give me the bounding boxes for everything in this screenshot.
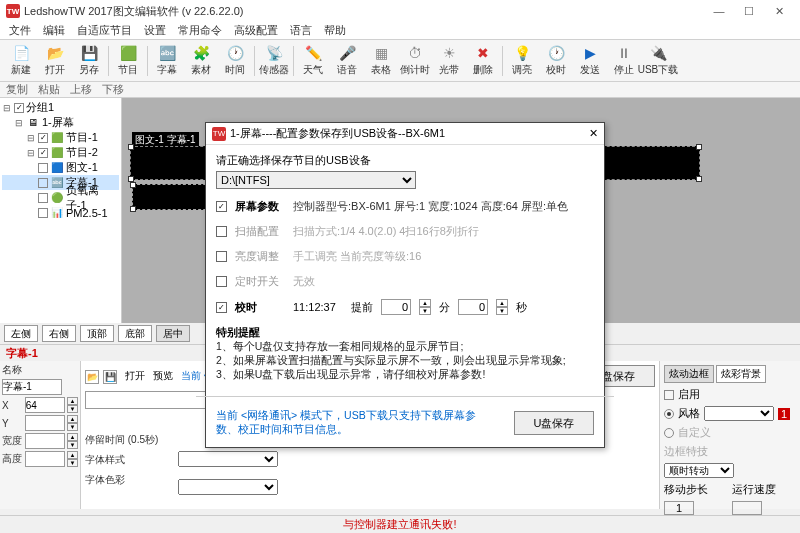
- spinner[interactable]: ▲▼: [67, 451, 78, 467]
- toolbar-校时[interactable]: 🕐校时: [539, 42, 573, 80]
- menu-language[interactable]: 语言: [285, 22, 317, 39]
- dialog-save-button[interactable]: U盘保存: [514, 411, 594, 435]
- height-label: 高度: [2, 452, 23, 466]
- 另存-icon: 💾: [80, 44, 98, 62]
- usb-dialog: TW1-屏幕----配置参数保存到USB设备--BX-6M1 ✕ 请正确选择保存…: [205, 122, 605, 448]
- toolbar-语音[interactable]: 🎤语音: [330, 42, 364, 80]
- tab-background[interactable]: 炫彩背景: [716, 365, 766, 383]
- scan-checkbox[interactable]: [216, 226, 227, 237]
- checkbox[interactable]: [38, 208, 48, 218]
- toolbar-素材[interactable]: 🧩素材: [184, 42, 218, 80]
- clock-checkbox[interactable]: ✓: [216, 302, 227, 313]
- checkbox[interactable]: ✓: [14, 103, 24, 113]
- menu-help[interactable]: 帮助: [319, 22, 351, 39]
- font-color-select[interactable]: [178, 479, 278, 495]
- checkbox[interactable]: ✓: [38, 133, 48, 143]
- tree-item[interactable]: 🟢负氧离子-1: [2, 190, 119, 205]
- tree-item[interactable]: 📊PM2.5-1: [2, 205, 119, 220]
- moveup-button[interactable]: 上移: [70, 82, 92, 97]
- node-icon: 🟩: [50, 132, 64, 144]
- checkbox[interactable]: [38, 178, 48, 188]
- tree-screen[interactable]: 1-屏幕: [42, 115, 74, 130]
- menu-edit[interactable]: 编辑: [38, 22, 70, 39]
- toolbar-节目[interactable]: 🟩节目: [111, 42, 145, 80]
- expander-icon[interactable]: ⊟: [2, 103, 12, 113]
- toolbar-天气[interactable]: ✏️天气: [296, 42, 330, 80]
- menu-common[interactable]: 常用命令: [173, 22, 227, 39]
- tab-bottom[interactable]: 底部: [118, 325, 152, 342]
- tree-item[interactable]: 🟦图文-1: [2, 160, 119, 175]
- tab-center[interactable]: 居中: [156, 325, 190, 342]
- style-radio[interactable]: [664, 409, 674, 419]
- menu-settings[interactable]: 设置: [139, 22, 171, 39]
- toolbar-光带[interactable]: ☀光带: [432, 42, 466, 80]
- tree-group[interactable]: 分组1: [26, 100, 54, 115]
- toolbar-字幕[interactable]: 🔤字幕: [150, 42, 184, 80]
- name-input[interactable]: [2, 379, 62, 395]
- paste-button[interactable]: 粘贴: [38, 82, 60, 97]
- toolbar-表格[interactable]: ▦表格: [364, 42, 398, 80]
- toolbar-新建[interactable]: 📄新建: [4, 42, 38, 80]
- style-select[interactable]: [704, 406, 774, 421]
- menu-advanced[interactable]: 高级配置: [229, 22, 283, 39]
- open-file-icon[interactable]: 📂: [85, 370, 99, 384]
- tab-right[interactable]: 右侧: [42, 325, 76, 342]
- timer-checkbox[interactable]: [216, 276, 227, 287]
- toolbar-时间[interactable]: 🕐时间: [218, 42, 252, 80]
- menu-autoprogram[interactable]: 自适应节目: [72, 22, 137, 39]
- movedown-button[interactable]: 下移: [102, 82, 124, 97]
- toolbar-发送[interactable]: ▶发送: [573, 42, 607, 80]
- checkbox[interactable]: [38, 193, 48, 203]
- toolbar-打开[interactable]: 📂打开: [38, 42, 72, 80]
- toolbar-调亮[interactable]: 💡调亮: [505, 42, 539, 80]
- screen-params-checkbox[interactable]: ✓: [216, 201, 227, 212]
- toolbar-停止[interactable]: ⏸停止: [607, 42, 641, 80]
- toolbar-删除[interactable]: ✖删除: [466, 42, 500, 80]
- tab-border[interactable]: 炫动边框: [664, 365, 714, 383]
- x-label: X: [2, 400, 23, 411]
- expander-icon[interactable]: ⊟: [26, 133, 36, 143]
- tree-item[interactable]: ⊟✓🟩节目-2: [2, 145, 119, 160]
- enable-checkbox[interactable]: [664, 390, 674, 400]
- height-input[interactable]: [25, 451, 65, 467]
- tree-item[interactable]: ⊟✓🟩节目-1: [2, 130, 119, 145]
- y-input[interactable]: [25, 415, 65, 431]
- width-input[interactable]: [25, 433, 65, 449]
- x-input[interactable]: [25, 397, 65, 413]
- save-file-icon[interactable]: 💾: [103, 370, 117, 384]
- toolbar-USB下载[interactable]: 🔌USB下载: [641, 42, 675, 80]
- checkbox[interactable]: ✓: [38, 148, 48, 158]
- minimize-button[interactable]: —: [704, 1, 734, 21]
- dialog-close-button[interactable]: ✕: [589, 127, 598, 140]
- tab-left[interactable]: 左侧: [4, 325, 38, 342]
- spinner[interactable]: ▲▼: [67, 397, 78, 413]
- custom-radio[interactable]: [664, 428, 674, 438]
- spinner[interactable]: ▲▼: [67, 433, 78, 449]
- copy-button[interactable]: 复制: [6, 82, 28, 97]
- maximize-button[interactable]: ☐: [734, 1, 764, 21]
- toolbar-另存[interactable]: 💾另存: [72, 42, 106, 80]
- usb-device-select[interactable]: D:\[NTFS]: [216, 171, 416, 189]
- minute-spinner[interactable]: ▲▼: [419, 299, 431, 315]
- spinner[interactable]: ▲▼: [67, 415, 78, 431]
- preview-label: 预览: [153, 369, 173, 383]
- 发送-icon: ▶: [581, 44, 599, 62]
- bright-checkbox[interactable]: [216, 251, 227, 262]
- menu-file[interactable]: 文件: [4, 22, 36, 39]
- expander-icon[interactable]: ⊟: [14, 118, 24, 128]
- effect-select[interactable]: 顺时转动: [664, 463, 734, 478]
- project-tree[interactable]: ⊟✓分组1 ⊟🖥1-屏幕 ⊟✓🟩节目-1⊟✓🟩节目-2🟦图文-1🔤字幕-1🟢负氧…: [0, 98, 122, 323]
- toolbar-倒计时[interactable]: ⏱倒计时: [398, 42, 432, 80]
- close-button[interactable]: ✕: [764, 1, 794, 21]
- font-style-select[interactable]: [178, 451, 278, 467]
- minute-input[interactable]: [381, 299, 411, 315]
- speed-input[interactable]: [732, 501, 762, 515]
- second-input[interactable]: [458, 299, 488, 315]
- second-spinner[interactable]: ▲▼: [496, 299, 508, 315]
- toolbar-传感器[interactable]: 📡传感器: [257, 42, 291, 80]
- tab-top[interactable]: 顶部: [80, 325, 114, 342]
- geometry-panel: 名称 X▲▼ Y▲▼ 宽度▲▼ 高度▲▼: [0, 361, 80, 509]
- checkbox[interactable]: [38, 163, 48, 173]
- step-input[interactable]: 1: [664, 501, 694, 515]
- expander-icon[interactable]: ⊟: [26, 148, 36, 158]
